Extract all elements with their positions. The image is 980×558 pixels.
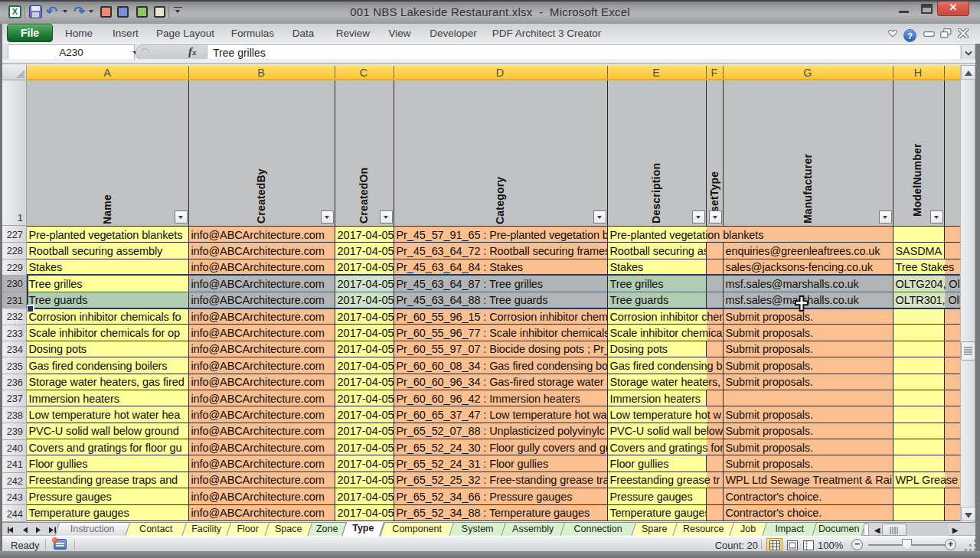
svg-text:?: ?: [907, 31, 913, 41]
